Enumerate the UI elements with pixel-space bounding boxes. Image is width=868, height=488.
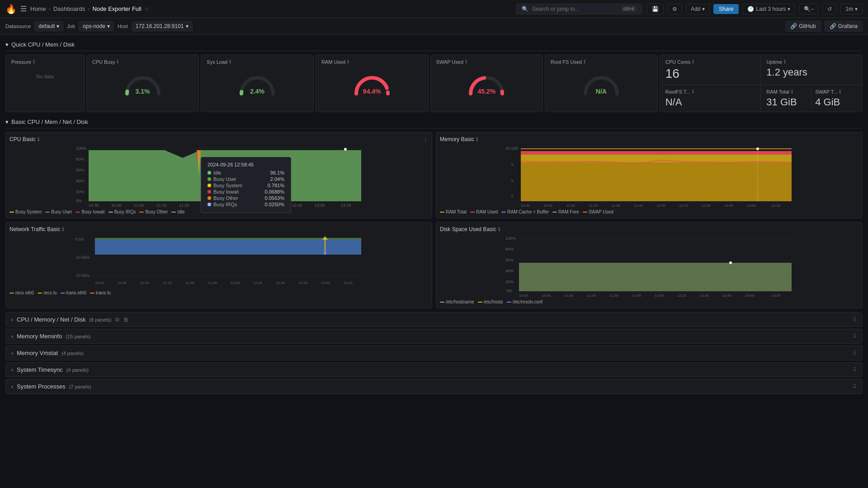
network-traffic-label: Network Traffic Basic [9,226,60,232]
svg-text:10:30: 10:30 [519,294,528,298]
svg-text:12:15: 12:15 [253,281,263,285]
search-shortcut: ctrl+k [621,6,637,12]
topbar-left: 🔥 ☰ Home › Dashboards › Node Exporter Fu… [5,4,511,14]
rootfs-total-info[interactable]: ℹ [692,89,694,95]
tooltip-busy-other-val: 0.0563% [265,195,284,201]
svg-text:40%: 40% [76,179,84,183]
cpu-memory-delete-icon[interactable]: 🗑 [123,317,129,323]
svg-text:100%: 100% [76,146,86,151]
network-traffic-panel: Network Traffic Basic ℹ 0 b/s -10 kb/s -… [5,222,432,308]
add-button[interactable]: Add ▾ [686,4,710,14]
right-stats-panel: CPU Cores ℹ 16 Uptime ℹ 1.2 years RootFS… [660,55,863,112]
time-range-button[interactable]: 🕐 Last 3 hours ▾ [742,4,795,14]
legend-recv-eth0: recv eth0 [9,290,34,295]
root-fs-info-icon[interactable]: ℹ [584,59,585,65]
zoom-out-button[interactable]: 🔍− [799,4,819,14]
app-logo: 🔥 [5,4,17,14]
save-button[interactable]: 💾 [647,4,664,14]
breadcrumb-home[interactable]: Home [30,5,46,12]
svg-text:40%: 40% [505,269,514,273]
sys-load-value: 2.4% [237,88,278,95]
svg-text:11:00: 11:00 [134,203,144,208]
ram-total-cell: RAM Total ℹ 31 GiB [766,89,811,108]
memory-basic-panel: Memory Basic ℹ 32 GiB 3 3 3 [436,132,863,218]
uptime-value: 1.2 years [766,66,857,78]
system-timesync-section[interactable]: › System Timesync (4 panels) ⠿ [5,362,863,377]
host-select[interactable]: 172.16.201.28:9101 ▾ [132,21,193,31]
root-fs-gauge: N/A [551,67,652,99]
basic-cpu-title: Basic CPU / Mem / Net / Disk [11,118,88,125]
svg-text:11:00: 11:00 [566,204,576,208]
disk-space-info[interactable]: ℹ [498,226,500,232]
cpu-basic-menu[interactable]: ⋮ [423,136,428,142]
system-timesync-chevron: › [11,367,13,373]
share-button[interactable]: Share [713,4,739,14]
system-processes-section[interactable]: › System Processes (7 panels) ⠿ [5,379,863,394]
cpu-memory-settings-icon[interactable]: ⚙ [115,317,120,323]
legend-trans-lo: trans lo [90,290,111,295]
svg-text:13:15: 13:15 [341,203,351,208]
datasource-value: default [38,23,55,29]
grafana-label: Grafana [838,23,858,29]
tooltip-busy-iowait-row: Busy Iowait 0.0688% [208,189,284,194]
cpu-cores-info[interactable]: ℹ [692,59,694,65]
memory-meminfo-section[interactable]: › Memory Meminfo (15 panels) ⠿ [5,329,863,344]
breadcrumb-dashboards[interactable]: Dashboards [53,5,85,12]
svg-marker-58 [95,238,361,240]
memory-basic-info[interactable]: ℹ [476,136,478,142]
memory-vmstat-section[interactable]: › Memory Vmstat (4 panels) ⠿ [5,346,863,360]
disk-svg: 100% 80% 60% 40% 20% 0% [440,234,859,298]
cpu-memory-section[interactable]: › CPU / Memory / Net / Disk (8 panels) ⚙… [5,312,863,327]
legend-trans-eth0: trans eth0 [61,290,86,295]
host-label: Host [118,24,128,29]
settings-button[interactable]: ⚙ [667,4,682,14]
main-content: ▾ Quick CPU / Mem / Disk Pressure ℹ No d… [0,35,868,399]
ram-total-info[interactable]: ℹ [791,89,793,95]
root-fs-panel: Root FS Used ℹ N/A [545,55,658,112]
svg-text:0%: 0% [76,199,82,203]
tooltip-busy-iowait-val: 0.0688% [265,189,284,194]
quick-cpu-section-header[interactable]: ▾ Quick CPU / Mem / Disk [5,38,863,51]
job-select[interactable]: ops-node ▾ [79,21,114,31]
legend-ram-used: RAM Used [470,209,498,214]
basic-cpu-section-header[interactable]: ▾ Basic CPU / Mem / Net / Disk [5,116,863,128]
quick-cpu-title: Quick CPU / Mem / Disk [11,41,75,48]
refresh-button[interactable]: ↺ [822,4,837,14]
pressure-info-icon[interactable]: ℹ [33,59,35,65]
swap-used-info-icon[interactable]: ℹ [465,59,467,65]
memory-basic-svg: 32 GiB 3 3 3 10:3 [440,144,859,208]
cpu-basic-title: CPU Basic ℹ ⋮ [9,136,428,142]
tooltip-timestamp: 2024-09-26 12:58:45 [208,162,284,167]
datasource-select[interactable]: default ▾ [34,21,63,31]
sys-load-gauge: 2.4% [207,67,308,99]
svg-marker-36 [521,162,792,201]
ram-total-title: RAM Total [766,89,789,95]
legend-etc-hostname: /etc/hostname [440,299,474,304]
hamburger-icon[interactable]: ☰ [20,5,27,13]
grafana-button[interactable]: 🔗 Grafana [825,21,863,32]
swap-used-value: 45.2% [466,88,507,95]
search-bar[interactable]: 🔍 ctrl+k [516,4,642,14]
memory-vmstat-title: Memory Vmstat [17,350,58,356]
github-button[interactable]: 🔗 GitHub [785,21,821,32]
ram-used-info-icon[interactable]: ℹ [347,59,349,65]
search-input[interactable] [532,6,618,12]
swap-used-gauge: 45.2% [436,67,538,99]
system-processes-badge: (7 panels) [69,384,91,389]
tooltip-busy-other-row: Busy Other 0.0563% [208,195,284,201]
clock-icon: 🕐 [747,6,754,12]
legend-ram-total: RAM Total [440,209,467,214]
system-processes-title: System Processes [17,383,66,390]
refresh-interval-button[interactable]: 1m▾ [840,4,863,14]
network-traffic-info[interactable]: ℹ [62,226,64,232]
network-svg: 0 b/s -10 kb/s -20 kb/s [9,234,428,289]
uptime-info[interactable]: ℹ [784,59,786,65]
svg-text:12:15: 12:15 [677,294,687,298]
sys-load-info-icon[interactable]: ℹ [229,59,231,65]
uptime-title: Uptime [766,59,782,65]
cpu-basic-info[interactable]: ℹ [38,136,40,142]
cpu-busy-info-icon[interactable]: ℹ [117,59,118,65]
cpu-basic-chart-area: 100% 80% 60% 40% 20% 0% [9,144,428,208]
swap-total-info[interactable]: ℹ [839,89,841,95]
star-icon[interactable]: ☆ [144,5,150,12]
